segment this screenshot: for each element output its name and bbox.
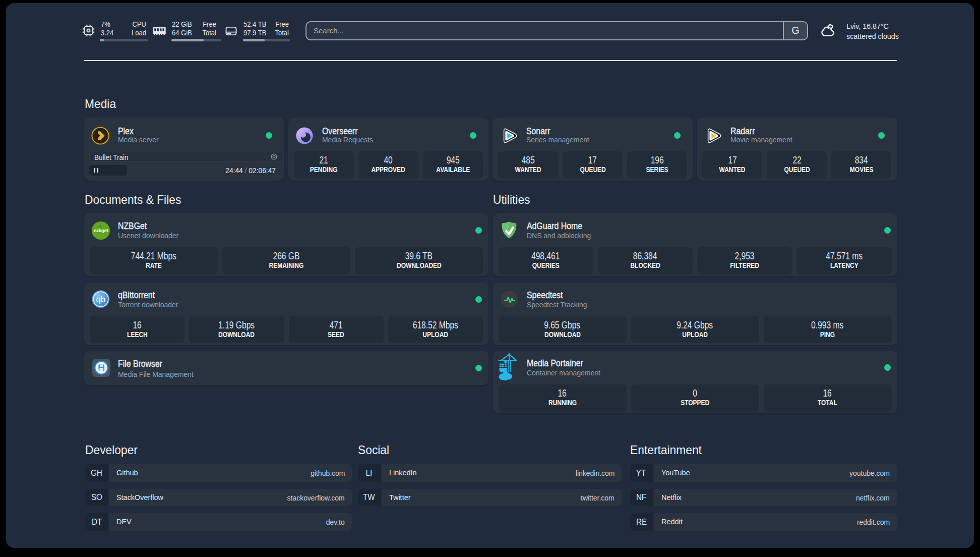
svg-text:qb: qb — [96, 295, 105, 304]
svg-text:nzbget: nzbget — [93, 228, 108, 233]
